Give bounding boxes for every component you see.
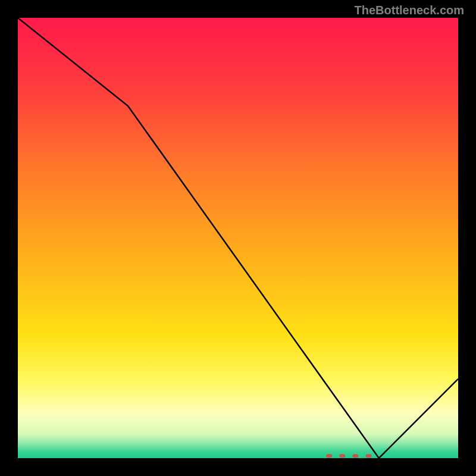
chart-frame <box>18 18 458 458</box>
optimal-marker <box>326 454 372 458</box>
chart-lines <box>18 18 458 458</box>
svg-rect-4 <box>366 454 372 458</box>
svg-rect-3 <box>352 454 358 458</box>
bottleneck-curve <box>18 18 458 458</box>
svg-rect-1 <box>326 454 332 458</box>
svg-rect-2 <box>339 454 345 458</box>
watermark-text: TheBottleneck.com <box>355 4 464 17</box>
chart-container: TheBottleneck.com <box>0 0 476 476</box>
